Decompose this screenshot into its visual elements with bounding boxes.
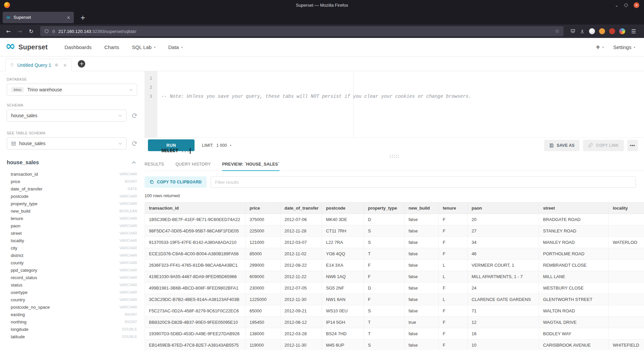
query-tab-close-icon[interactable]: × (63, 62, 67, 68)
chevron-down-icon (129, 89, 133, 91)
forward-button[interactable]: → (15, 27, 25, 36)
column-header-cell[interactable]: paon (468, 203, 539, 214)
caret-down-icon: ▾ (634, 46, 635, 49)
lock-icon[interactable] (52, 29, 56, 34)
cell-price: 119000 (246, 340, 280, 350)
back-button[interactable]: ← (3, 27, 13, 36)
cell-price: 375000 (246, 214, 280, 225)
column-header-cell[interactable]: date_of_transfer (280, 203, 322, 214)
text-cursor (190, 148, 191, 154)
table-column-row: locality VARCHAR (7, 237, 137, 244)
link-icon (588, 143, 593, 148)
refresh-schema-icon[interactable] (131, 113, 137, 119)
nav-item-sql-lab[interactable]: SQL Lab ▾ (132, 44, 155, 50)
table-row: 3C3C29DC-B7B2-4BE5-914A-A38123AF403B 122… (145, 294, 644, 305)
chevron-up-icon[interactable] (132, 161, 136, 164)
cell-tenure: F (439, 248, 468, 260)
nav-item-dashboards[interactable]: Dashboards (64, 44, 92, 50)
table-column-row: latitude DOUBLE (7, 333, 137, 340)
browser-tab-superset[interactable]: ∞ Superset × (3, 12, 74, 23)
cell-new-build: false (405, 282, 439, 294)
cell-price: 65000 (246, 305, 280, 317)
column-type: VARCHAR (119, 268, 137, 272)
superset-brand[interactable]: ∞ Superset (5, 43, 48, 51)
add-query-tab-button[interactable]: + (78, 60, 85, 68)
cell-date-of-transfer: 2012-11-30 (280, 340, 322, 350)
schema-select[interactable]: house_sales (7, 110, 126, 122)
url-path: :32393/superset/sqllab/ (91, 29, 136, 34)
settings-menu[interactable]: Settings ▾ (613, 44, 635, 50)
tab-results[interactable]: RESULTS (145, 162, 164, 171)
tab-query-history[interactable]: QUERY HISTORY (175, 162, 211, 171)
column-header-cell[interactable]: property_type (364, 203, 405, 214)
refresh-table-icon[interactable] (131, 141, 137, 146)
cell-price: 121000 (246, 237, 280, 248)
cell-date-of-transfer: 2012-07-06 (280, 214, 322, 225)
cell-property-type: S (364, 225, 405, 237)
new-item-menu[interactable]: + ▾ (595, 44, 604, 50)
reload-button[interactable]: ↻ (26, 27, 36, 36)
drag-handle-icon[interactable]: ⠿ (10, 62, 14, 68)
column-header-cell[interactable]: price (246, 203, 280, 214)
column-header-cell[interactable]: transaction_id (145, 203, 246, 214)
copy-to-clipboard-button[interactable]: COPY TO CLIPBOARD (145, 176, 207, 188)
table-select[interactable]: house_sales (7, 137, 126, 149)
cell-locality (609, 214, 644, 225)
table-column-row: ppd_category VARCHAR (7, 266, 137, 274)
browser-tab-close-icon[interactable]: × (66, 15, 70, 20)
new-tab-button[interactable]: + (78, 14, 88, 21)
window-maximize-button[interactable] (624, 3, 628, 7)
query-tab-untitled-1[interactable]: ⠿ Untitled Query 1 × (5, 59, 72, 71)
column-name: country (11, 297, 25, 302)
filter-results-input[interactable] (211, 176, 636, 188)
extension-icon-1[interactable] (589, 28, 595, 34)
cell-transaction-id: 193907D3-5DBD-453D-A49E-9FEE27DAB926 (145, 328, 246, 340)
cell-tenure: F (439, 340, 468, 350)
editor-code[interactable]: -- Note: Unless you save your query, the… (157, 71, 471, 137)
nav-item-data[interactable]: Data ▾ (168, 44, 182, 50)
bookmark-star-icon[interactable]: ☆ (555, 28, 559, 34)
table-column-row: postcode_no_space VARCHAR (7, 303, 137, 311)
shield-icon[interactable] (44, 29, 49, 34)
save-as-button[interactable]: SAVE AS (544, 140, 580, 151)
table-row: 1B5C39ED-BE7F-41EF-9E71-9C60EED74A22 375… (145, 214, 644, 225)
cell-transaction-id: 1B5C39ED-BE7F-41EF-9E71-9C60EED74A22 (145, 214, 246, 225)
column-header-cell[interactable]: locality (609, 203, 644, 214)
column-name: usertype (11, 290, 28, 295)
column-header-cell[interactable]: postcode (322, 203, 364, 214)
window-minimize-button[interactable]: ⌄ (615, 3, 619, 7)
nav-item-charts[interactable]: Charts (104, 44, 119, 50)
cell-paon: VERMEER COURT, 1 (468, 260, 539, 271)
caret-down-icon: ▾ (602, 46, 604, 49)
extension-icon-3[interactable] (609, 28, 615, 34)
column-header-cell[interactable]: new_build (405, 203, 439, 214)
table-column-row: northing BIGINT (7, 318, 137, 325)
cell-postcode: NW6 1AQ (322, 271, 364, 282)
column-type: DOUBLE (122, 335, 137, 339)
download-icon[interactable] (580, 29, 585, 34)
copy-link-button[interactable]: COPY LINK (583, 140, 624, 151)
rows-returned-text: 100 rows returned (145, 193, 644, 198)
url-host: 217.160.120.143 (58, 29, 91, 34)
column-header-cell[interactable]: tenure (439, 203, 468, 214)
database-select[interactable]: trino Trino warehouse (7, 84, 137, 96)
window-close-button[interactable]: × (634, 2, 639, 8)
tab-preview-house-sales[interactable]: PREVIEW: `HOUSE_SALES` (222, 162, 279, 171)
table-column-row: postcode VARCHAR (7, 192, 137, 200)
column-header-cell[interactable]: street (539, 203, 609, 214)
pocket-icon[interactable] (570, 29, 576, 34)
extension-icon-4[interactable] (619, 28, 625, 34)
url-bar[interactable]: 217.160.120.143:32393/superset/sqllab/ ☆ (40, 26, 564, 36)
column-name: property_type (11, 201, 38, 206)
sql-editor[interactable]: 1 2 3 -- Note: Unless you save your quer… (145, 71, 644, 138)
column-name: county (11, 260, 23, 265)
extension-icon-2[interactable] (599, 28, 605, 34)
cell-street: WESTBURY CLOSE (539, 282, 609, 294)
column-type: VARCHAR (119, 305, 137, 309)
table-row: EB1459EB-67ED-47C8-B2E7-A38143AB5575 119… (145, 340, 644, 350)
cell-street: BODLEY WAY (539, 328, 609, 340)
browser-titlebar: Superset — Mozilla Firefox ⌄ × (0, 0, 644, 10)
hamburger-menu-icon[interactable]: ☰ (629, 28, 638, 35)
more-actions-button[interactable]: ••• (627, 140, 638, 151)
table-row: 98F5DC47-0D05-4D59-95B7-98CA6F1FDE05 225… (145, 225, 644, 237)
